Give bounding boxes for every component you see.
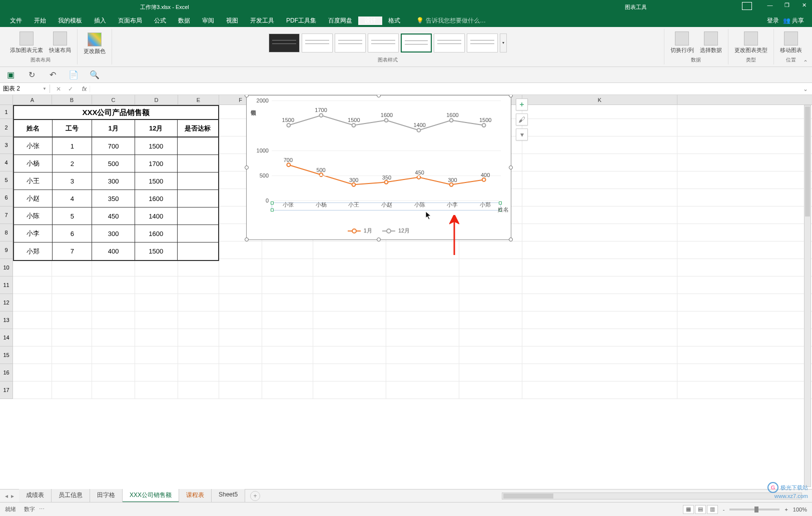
chart-style-5[interactable]: [401, 34, 432, 52]
name-box-dropdown-icon[interactable]: ▼: [43, 86, 47, 91]
login-link[interactable]: 登录: [767, 16, 779, 25]
row-header-3[interactable]: 3: [0, 136, 13, 154]
maximize-button[interactable]: ❐: [783, 2, 791, 8]
plot-area[interactable]: 050010002000小张小杨小王小赵小陈小李小郑70050030035045…: [272, 100, 501, 200]
row-header-2[interactable]: 2: [0, 119, 13, 136]
sheet-tab-课程表[interactable]: 课程表: [179, 489, 212, 502]
cancel-formula-icon[interactable]: ✕: [56, 86, 61, 92]
sheet-tab-员工信息[interactable]: 员工信息: [52, 489, 90, 502]
tell-me-search[interactable]: 💡 告诉我您想要做什么…: [416, 16, 486, 25]
horizontal-scrollbar[interactable]: [502, 492, 802, 500]
worksheet-grid[interactable]: ABCDEFGHIJK 1234567891011121314151617 XX…: [0, 95, 812, 415]
change-colors-button[interactable]: 更改颜色: [82, 30, 108, 57]
data-table[interactable]: XXX公司产品销售额 姓名工号1月12月是否达标 小张17001500小杨250…: [13, 105, 219, 261]
row-header-15[interactable]: 15: [0, 346, 13, 364]
row-header-13[interactable]: 13: [0, 312, 13, 329]
x-axis-title[interactable]: 姓名: [498, 206, 509, 214]
status-overflow-icon[interactable]: ⋯: [39, 506, 45, 512]
table-row[interactable]: 小李63001600: [14, 225, 218, 242]
ribbon-tab-插入[interactable]: 插入: [88, 16, 112, 25]
share-button[interactable]: 👥 共享: [783, 16, 804, 25]
switch-row-col-button[interactable]: 切换行/列: [668, 30, 696, 56]
zoom-out-button[interactable]: -: [723, 506, 725, 512]
vertical-scrollbar-thumb[interactable]: [805, 106, 810, 216]
table-row[interactable]: 小郑74001500: [14, 242, 218, 260]
sheet-tab-成绩表[interactable]: 成绩表: [19, 489, 52, 502]
sheet-tab-XXX公司销售额[interactable]: XXX公司销售额: [123, 489, 179, 502]
fx-icon[interactable]: fx: [79, 86, 90, 92]
sheet-tab-田字格[interactable]: 田字格: [90, 489, 123, 502]
ribbon-tab-百度网盘[interactable]: 百度网盘: [322, 16, 358, 25]
legend-item-1[interactable]: 1月: [348, 227, 372, 234]
row-header-16[interactable]: 16: [0, 364, 13, 382]
page-break-view-button[interactable]: ▥: [707, 505, 718, 514]
minimize-button[interactable]: —: [766, 2, 774, 8]
ribbon-tab-我的模板[interactable]: 我的模板: [52, 16, 88, 25]
ribbon-tab-开始[interactable]: 开始: [28, 16, 52, 25]
table-row[interactable]: 小张17001500: [14, 138, 218, 155]
chart-legend[interactable]: 1月 12月: [247, 227, 511, 234]
table-row[interactable]: 小陈54501400: [14, 208, 218, 225]
chart-style-4[interactable]: [368, 34, 399, 52]
row-header-17[interactable]: 17: [0, 382, 13, 399]
row-header-1[interactable]: 1: [0, 105, 13, 119]
page-layout-view-button[interactable]: ▤: [695, 505, 706, 514]
row-header-7[interactable]: 7: [0, 206, 13, 224]
col-header-C[interactable]: C: [92, 95, 135, 104]
row-header-9[interactable]: 9: [0, 242, 13, 259]
ribbon-tab-开发工具[interactable]: 开发工具: [244, 16, 280, 25]
name-box[interactable]: 图表 2 ▼: [0, 84, 50, 93]
col-header-E[interactable]: E: [178, 95, 219, 104]
collapse-ribbon-button[interactable]: ⌃: [803, 59, 808, 66]
table-row[interactable]: 小杨25001700: [14, 155, 218, 172]
add-chart-element-button[interactable]: 添加图表元素: [8, 30, 45, 56]
select-data-button[interactable]: 选择数据: [698, 30, 724, 56]
change-chart-type-button[interactable]: 更改图表类型: [732, 30, 769, 56]
chart-elements-button[interactable]: ＋: [516, 98, 528, 110]
row-header-5[interactable]: 5: [0, 172, 13, 189]
ribbon-tab-设计[interactable]: 设计: [358, 16, 382, 25]
vertical-scrollbar[interactable]: [804, 105, 811, 487]
col-header-K[interactable]: K: [522, 95, 677, 104]
row-header-6[interactable]: 6: [0, 189, 13, 206]
chart-filters-button[interactable]: ▾: [516, 128, 528, 140]
sheet-tab-Sheet5[interactable]: Sheet5: [212, 489, 245, 502]
ribbon-tab-视图[interactable]: 视图: [220, 16, 244, 25]
chart-style-2[interactable]: [302, 34, 333, 52]
ribbon-tab-公式[interactable]: 公式: [148, 16, 172, 25]
save-icon[interactable]: ▣: [6, 70, 15, 80]
expand-formula-bar-icon[interactable]: ⌄: [799, 86, 812, 92]
chart-object[interactable]: 销售额 050010002000小张小杨小王小赵小陈小李小郑7005003003…: [246, 95, 511, 240]
row-header-8[interactable]: 8: [0, 224, 13, 242]
table-row[interactable]: 小赵43501600: [14, 190, 218, 208]
add-sheet-button[interactable]: +: [250, 491, 260, 501]
ribbon-tab-审阅[interactable]: 审阅: [196, 16, 220, 25]
redo-icon[interactable]: ↻: [27, 70, 36, 80]
ribbon-tab-PDF工具集[interactable]: PDF工具集: [280, 16, 322, 25]
zoom-level[interactable]: 100%: [793, 506, 807, 512]
col-header-A[interactable]: A: [13, 95, 52, 104]
sheet-nav-next-icon[interactable]: ▸: [11, 492, 14, 500]
move-chart-button[interactable]: 移动图表: [778, 30, 804, 56]
quick-layout-button[interactable]: 快速布局: [47, 30, 73, 56]
col-header-D[interactable]: D: [135, 95, 178, 104]
chart-style-7[interactable]: [467, 34, 498, 52]
chart-styles-button[interactable]: 🖌: [516, 114, 528, 126]
accept-formula-icon[interactable]: ✓: [68, 86, 73, 92]
chart-style-3[interactable]: [335, 34, 366, 52]
row-header-11[interactable]: 11: [0, 276, 13, 294]
horizontal-scrollbar-thumb[interactable]: [503, 494, 553, 498]
legend-item-2[interactable]: 12月: [382, 227, 410, 234]
normal-view-button[interactable]: ▦: [683, 505, 694, 514]
chart-style-6[interactable]: [434, 34, 465, 52]
zoom-slider[interactable]: [729, 508, 779, 510]
row-header-14[interactable]: 14: [0, 329, 13, 346]
undo-icon[interactable]: ↶: [48, 70, 57, 80]
qat-new-icon[interactable]: 📄: [69, 70, 78, 80]
table-row[interactable]: 小王33001500: [14, 172, 218, 190]
zoom-in-button[interactable]: +: [784, 506, 787, 512]
chart-styles-more-button[interactable]: ▾: [500, 34, 507, 52]
chart-style-1[interactable]: [269, 34, 300, 52]
ribbon-tab-数据[interactable]: 数据: [172, 16, 196, 25]
ribbon-display-options-icon[interactable]: [742, 2, 752, 10]
